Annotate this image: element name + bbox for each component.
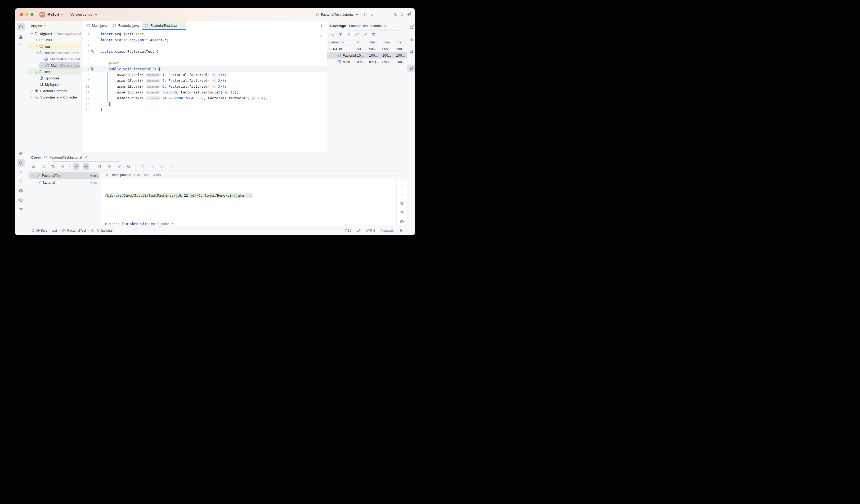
- editor-tab-FactorialTest.java[interactable]: CFactorialTest.java: [142, 21, 186, 30]
- console-scroll-to-end-button[interactable]: [400, 211, 404, 216]
- tool-stripe-terminal-button[interactable]: [17, 187, 25, 195]
- project-tree-row-MySqrt[interactable]: MySqrt ~/Desktop/Java/M: [27, 30, 81, 37]
- project-tree-row-Scratches and Consoles[interactable]: Scratches and Consoles: [27, 94, 81, 100]
- console-print-button[interactable]: [400, 220, 404, 225]
- coverage-row-Factorial[interactable]: CFactorial10...100...100...100...: [327, 52, 407, 58]
- code-line-8[interactable]: 8 assertEquals( expected: 1, Factorial.f…: [82, 72, 327, 78]
- breadcrumb-item-factorial[interactable]: mfactorial: [91, 229, 113, 232]
- test-tree-row-factorial[interactable]: factorial 4 ms: [35, 179, 100, 186]
- tab-scrollbar[interactable]: [353, 30, 403, 30]
- more-actions-button[interactable]: [377, 12, 381, 17]
- project-tree-row-Main[interactable]: C Main 0% methods,: [27, 62, 81, 69]
- console-arrow-up-button[interactable]: [400, 183, 404, 188]
- coverage-toolbar-group-by-packages-button[interactable]: [330, 32, 334, 37]
- coverage-toolbar-filter-funnel-button[interactable]: [371, 32, 375, 37]
- file-encoding[interactable]: UTF-8: [366, 229, 375, 232]
- project-tree-row-External Libraries[interactable]: External Libraries: [27, 88, 81, 94]
- settings-button[interactable]: [407, 12, 411, 17]
- test-toolbar-snapshot-camera-button[interactable]: [139, 163, 146, 170]
- tool-stripe-services-button[interactable]: [17, 178, 25, 185]
- coverage-column-Bran...[interactable]: Bran...: [395, 39, 407, 45]
- code-line-3[interactable]: 3: [82, 43, 327, 49]
- code-line-9[interactable]: 9 assertEquals( expected: 2, Factorial.f…: [82, 78, 327, 84]
- code-line-11[interactable]: 11 assertEquals( expected: 3628800, Fact…: [82, 89, 327, 95]
- test-toolbar-show-ignored-button[interactable]: [83, 163, 89, 170]
- project-tree-row-src[interactable]: src 50% classes, 80%: [27, 49, 81, 56]
- project-tree-row-.gitignore[interactable]: .gitignore: [27, 75, 81, 81]
- test-tree-row-FactorialTest[interactable]: FactorialTest 4 ms: [29, 172, 100, 179]
- coverage-row-Main[interactable]: CMain0%...0% (...0% (...100...: [327, 58, 407, 65]
- code-editor[interactable]: 1 import org.junit.Test; 2 import static…: [82, 30, 327, 152]
- line-ending[interactable]: LF: [357, 229, 361, 232]
- coverage-toolbar-arrow-up-from-line-button[interactable]: [339, 32, 343, 37]
- code-line-6[interactable]: 6 @Test: [82, 60, 327, 66]
- coverage-column-Met...[interactable]: Met...: [368, 39, 381, 45]
- code-line-4[interactable]: 4 public class FactorialTest {: [82, 49, 327, 55]
- console-soft-wrap-button[interactable]: [400, 201, 404, 206]
- project-tree-row-MySqrt.iml[interactable]: MySqrt.iml: [27, 81, 81, 88]
- debug-button[interactable]: [370, 12, 374, 17]
- indent-style[interactable]: 4 spaces: [381, 229, 394, 232]
- lock-icon[interactable]: [399, 229, 403, 232]
- breadcrumb-item-FactorialTest[interactable]: CFactorialTest: [62, 228, 86, 233]
- tool-stripe-project-folder-button[interactable]: [17, 23, 25, 30]
- search-everywhere-button[interactable]: [400, 12, 404, 17]
- tool-stripe-coverage-button[interactable]: [17, 159, 25, 167]
- test-toolbar-pin-shield-button[interactable]: [106, 163, 113, 170]
- project-panel-title[interactable]: Project: [31, 24, 42, 28]
- coverage-toolbar-export-arrow-out-button[interactable]: [355, 32, 359, 37]
- run-configuration-selector[interactable]: FactorialTest.factorial: [315, 12, 359, 17]
- breadcrumb-item-MySqrt[interactable]: MySqrt: [31, 229, 47, 232]
- test-console[interactable]: /Library/Java/JavaVirtualMachines/jdk-22…: [101, 179, 396, 226]
- test-toolbar-navigate-with-single-click-button[interactable]: [116, 163, 122, 170]
- editor-tab-Factorial.java[interactable]: CFactorial.java: [110, 21, 142, 30]
- tool-stripe-ai-assistant-button[interactable]: [407, 36, 415, 43]
- test-toolbar-rerun-button[interactable]: [40, 163, 46, 170]
- window-zoom-button[interactable]: [30, 13, 34, 16]
- tool-stripe-notifications-bell-button[interactable]: [407, 24, 415, 31]
- test-toolbar-coverage-statistics-button[interactable]: [159, 163, 165, 170]
- close-icon[interactable]: [84, 155, 88, 159]
- test-toolbar-stop-button[interactable]: [60, 163, 66, 170]
- code-line-12[interactable]: 12 assertEquals( expected: 2432902008176…: [82, 95, 327, 101]
- test-toolbar-sort-by-duration-button[interactable]: [96, 163, 103, 170]
- test-toolbar-export-test-results-button[interactable]: [149, 163, 155, 170]
- run-button[interactable]: [363, 12, 367, 17]
- breadcrumb-item-test[interactable]: test: [52, 229, 57, 232]
- window-close-button[interactable]: [20, 13, 23, 16]
- coverage-column-Line,...[interactable]: Line,...: [381, 39, 395, 45]
- tool-stripe-more-horizontal-button[interactable]: [17, 41, 25, 48]
- tool-stripe-coverage-shield-button[interactable]: [407, 64, 415, 72]
- inspections-passed-icon[interactable]: [319, 34, 323, 38]
- code-line-5[interactable]: 5: [82, 55, 327, 60]
- code-with-me-button[interactable]: [393, 12, 398, 17]
- vcs-menu[interactable]: Version control: [70, 12, 98, 16]
- test-toolbar-test-history-clock-button[interactable]: [126, 163, 132, 170]
- close-icon[interactable]: [383, 24, 387, 28]
- test-session-tab[interactable]: FactorialTest.factorial: [43, 155, 88, 159]
- tool-stripe-problems-button[interactable]: [17, 197, 25, 204]
- project-tree-row-out[interactable]: out: [27, 43, 81, 49]
- code-line-1[interactable]: 1 import org.junit.Test;: [82, 31, 327, 37]
- test-toolbar-rerun-with-coverage-button[interactable]: [30, 163, 37, 170]
- editor-tab-Main.java[interactable]: CMain.java: [83, 21, 110, 30]
- test-toolbar-more-vertical-button[interactable]: [169, 163, 175, 170]
- coverage-row-all[interactable]: all50...50% ...80% ...100...: [327, 46, 407, 52]
- project-menu[interactable]: MySqrt: [47, 12, 63, 16]
- caret-position[interactable]: 7:30: [345, 229, 352, 232]
- code-line-13[interactable]: 13 }: [82, 101, 327, 107]
- project-tree-row-Factorial[interactable]: C Factorial 100% met: [27, 56, 81, 62]
- coverage-column-Cl...[interactable]: Cl...: [356, 39, 368, 45]
- tool-stripe-structure-button[interactable]: [17, 33, 25, 41]
- tool-stripe-build-hammer-button[interactable]: [17, 169, 25, 176]
- code-line-14[interactable]: 14 }: [82, 107, 327, 113]
- coverage-toolbar-arrow-down-to-line-button[interactable]: [347, 32, 351, 37]
- coverage-session-tab[interactable]: FactorialTest.factorial: [349, 24, 387, 28]
- window-minimize-button[interactable]: [25, 13, 28, 16]
- tab-options-button[interactable]: [319, 23, 324, 28]
- test-toolbar-show-passed-button[interactable]: [73, 163, 80, 170]
- project-tree-row-.idea[interactable]: .idea: [27, 37, 81, 43]
- code-line-10[interactable]: 10 assertEquals( expected: 6, Factorial.…: [82, 84, 327, 89]
- tab-scrollbar[interactable]: [53, 161, 120, 162]
- project-tree-row-test[interactable]: test: [27, 69, 81, 75]
